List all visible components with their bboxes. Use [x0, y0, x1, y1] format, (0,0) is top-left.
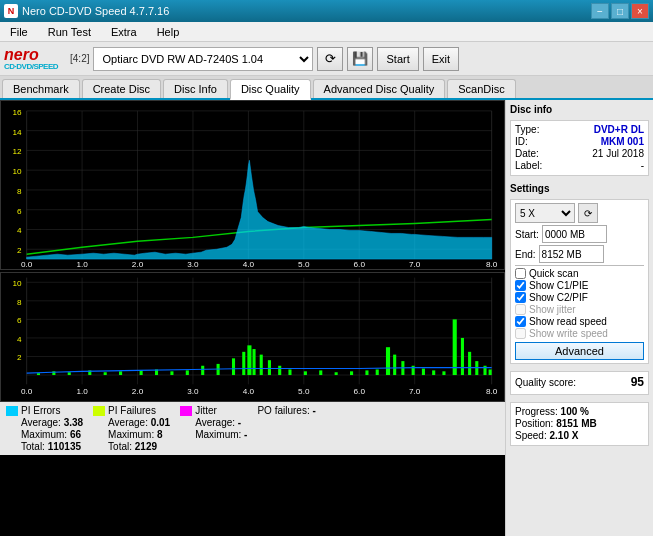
title-bar-controls: − □ × [591, 3, 649, 19]
legend-jitter-title: Jitter [180, 405, 247, 416]
drive-selector[interactable]: Optiarc DVD RW AD-7240S 1.04 [93, 47, 313, 71]
speed-progress-row: Speed: 2.10 X [515, 430, 644, 441]
svg-rect-72 [304, 371, 307, 375]
tab-advanced-disc-quality[interactable]: Advanced Disc Quality [313, 79, 446, 98]
legend-pi-failures-title: PI Failures [93, 405, 170, 416]
speed-progress-value: 2.10 X [549, 430, 578, 441]
svg-text:10: 10 [12, 279, 22, 288]
svg-rect-52 [37, 373, 40, 375]
quick-scan-checkbox[interactable] [515, 268, 526, 279]
legend-area: PI Errors Average: 3.38 Maximum: 66 Tota… [0, 402, 505, 455]
svg-text:3.0: 3.0 [187, 387, 199, 396]
svg-rect-62 [201, 366, 204, 375]
svg-rect-73 [319, 370, 322, 375]
speed-refresh-button[interactable]: ⟳ [578, 203, 598, 223]
svg-rect-86 [461, 338, 464, 375]
po-failures-row: PO failures: - [257, 405, 315, 416]
pi-failures-color [93, 406, 105, 416]
svg-text:6.0: 6.0 [354, 260, 366, 269]
show-c2-pif-label: Show C2/PIF [529, 292, 588, 303]
tab-create-disc[interactable]: Create Disc [82, 79, 161, 98]
svg-rect-61 [186, 370, 189, 375]
svg-text:4.0: 4.0 [243, 387, 255, 396]
end-input[interactable] [539, 245, 604, 263]
svg-text:10: 10 [12, 167, 22, 176]
disc-type-value: DVD+R DL [594, 124, 644, 135]
show-read-speed-row: Show read speed [515, 316, 644, 327]
svg-text:8: 8 [17, 187, 22, 196]
svg-rect-60 [170, 371, 173, 375]
disc-id-value: MKM 001 [601, 136, 644, 147]
show-jitter-row: Show jitter [515, 304, 644, 315]
show-c2-pif-checkbox[interactable] [515, 292, 526, 303]
refresh-icon-button[interactable]: ⟳ [317, 47, 343, 71]
progress-value: 100 % [561, 406, 589, 417]
pi-errors-maximum: Maximum: 66 [6, 429, 83, 440]
svg-text:6: 6 [17, 316, 22, 325]
maximize-button[interactable]: □ [611, 3, 629, 19]
position-row: Position: 8151 MB [515, 418, 644, 429]
speed-selector[interactable]: 5 X [515, 203, 575, 223]
close-button[interactable]: × [631, 3, 649, 19]
svg-text:0.0: 0.0 [21, 260, 33, 269]
legend-pi-errors-title: PI Errors [6, 405, 83, 416]
svg-rect-76 [365, 370, 368, 375]
svg-text:5.0: 5.0 [298, 260, 310, 269]
svg-rect-82 [422, 369, 425, 375]
start-button[interactable]: Start [377, 47, 418, 71]
save-icon-button[interactable]: 💾 [347, 47, 373, 71]
disc-id-row: ID: MKM 001 [515, 136, 644, 147]
legend-jitter: Jitter Average: - Maximum: - [180, 405, 247, 452]
end-label: End: [515, 249, 536, 260]
jitter-color [180, 406, 192, 416]
charts-section: 16 14 12 10 8 6 4 2 0.0 1.0 2.0 3.0 4.0 … [0, 100, 505, 536]
exit-button[interactable]: Exit [423, 47, 459, 71]
svg-rect-77 [376, 369, 379, 375]
logo-nero-text: nero [4, 47, 58, 63]
svg-text:6: 6 [17, 207, 22, 216]
speed-progress-label: Speed: [515, 430, 547, 441]
svg-rect-56 [104, 372, 107, 375]
svg-rect-69 [268, 360, 271, 375]
app-title: Nero CD-DVD Speed 4.7.7.16 [22, 5, 169, 17]
show-read-speed-checkbox[interactable] [515, 316, 526, 327]
menu-file[interactable]: File [4, 25, 34, 39]
svg-rect-64 [232, 358, 235, 375]
minimize-button[interactable]: − [591, 3, 609, 19]
svg-rect-68 [260, 355, 263, 375]
position-label: Position: [515, 418, 553, 429]
legend-pi-errors: PI Errors Average: 3.38 Maximum: 66 Tota… [6, 405, 83, 452]
menu-help[interactable]: Help [151, 25, 186, 39]
svg-rect-65 [242, 352, 245, 375]
show-c1-pie-checkbox[interactable] [515, 280, 526, 291]
svg-text:3.0: 3.0 [187, 260, 199, 269]
start-input[interactable] [542, 225, 607, 243]
jitter-maximum: Maximum: - [180, 429, 247, 440]
svg-rect-67 [253, 349, 256, 375]
tab-disc-info[interactable]: Disc Info [163, 79, 228, 98]
tab-disc-quality[interactable]: Disc Quality [230, 79, 311, 100]
pi-failures-average: Average: 0.01 [93, 417, 170, 428]
menu-run-test[interactable]: Run Test [42, 25, 97, 39]
pi-errors-average: Average: 3.38 [6, 417, 83, 428]
logo-sub-text: CD·DVD/SPEED [4, 63, 58, 71]
right-panel: Disc info Type: DVD+R DL ID: MKM 001 Dat… [505, 100, 653, 536]
show-write-speed-label: Show write speed [529, 328, 608, 339]
svg-rect-66 [247, 345, 251, 375]
show-c2-pif-row: Show C2/PIF [515, 292, 644, 303]
pi-errors-total: Total: 110135 [6, 441, 83, 452]
quality-panel: Quality score: 95 [510, 371, 649, 395]
tab-scan-disc[interactable]: ScanDisc [447, 79, 515, 98]
advanced-button[interactable]: Advanced [515, 342, 644, 360]
progress-row: Progress: 100 % [515, 406, 644, 417]
svg-text:2: 2 [17, 246, 22, 255]
menu-extra[interactable]: Extra [105, 25, 143, 39]
tab-benchmark[interactable]: Benchmark [2, 79, 80, 98]
settings-title: Settings [510, 183, 649, 194]
svg-text:8.0: 8.0 [486, 260, 498, 269]
svg-rect-36 [1, 273, 504, 401]
svg-text:12: 12 [12, 147, 22, 156]
pi-failures-maximum: Maximum: 8 [93, 429, 170, 440]
pi-failures-label: PI Failures [108, 405, 156, 416]
legend-po-failures: PO failures: - [257, 405, 315, 452]
